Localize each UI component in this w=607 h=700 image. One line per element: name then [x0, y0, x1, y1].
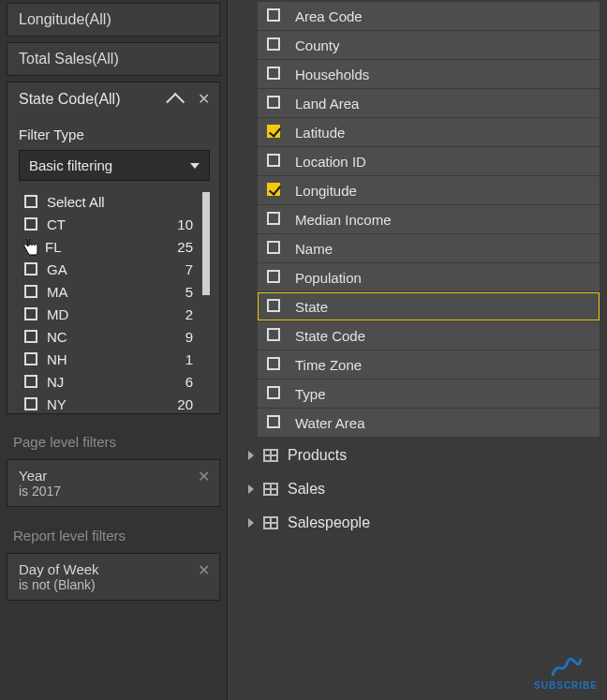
field-row[interactable]: State: [258, 292, 600, 320]
field-row[interactable]: Name: [258, 234, 600, 262]
app-root: Longitude(All) Total Sales(All) State Co…: [0, 0, 607, 700]
filter-value-row[interactable]: Select All: [21, 190, 206, 213]
field-checkbox[interactable]: [267, 270, 280, 283]
filter-type-value: Basic filtering: [29, 157, 112, 173]
checkbox[interactable]: [24, 375, 37, 388]
report-filter-condition: is not (Blank): [19, 577, 210, 592]
field-row[interactable]: Households: [258, 60, 600, 88]
expand-icon[interactable]: [248, 518, 254, 528]
field-row[interactable]: Location ID: [258, 147, 600, 175]
filter-card-header-icons: ✕: [171, 90, 210, 108]
filter-value-row[interactable]: FL25: [21, 235, 206, 258]
filter-value-row[interactable]: NH1: [21, 348, 206, 370]
filter-value-count: 10: [174, 216, 193, 232]
filter-value-label: GA: [47, 261, 174, 277]
table-row[interactable]: Sales: [239, 474, 600, 504]
checkbox[interactable]: [24, 330, 37, 343]
checkbox[interactable]: [24, 195, 37, 208]
table-row[interactable]: Salespeople: [239, 508, 600, 538]
filter-value-count: 6: [174, 374, 193, 390]
field-checkbox[interactable]: [267, 154, 280, 167]
filter-value-row[interactable]: MA5: [21, 280, 206, 303]
close-icon[interactable]: ✕: [198, 90, 210, 108]
subscribe-watermark: SUBSCRIBE: [534, 656, 598, 691]
filters-pane: Longitude(All) Total Sales(All) State Co…: [0, 0, 228, 700]
report-filter-title: Day of Week: [19, 561, 210, 577]
filter-type-select[interactable]: Basic filtering: [19, 150, 210, 181]
field-checkbox[interactable]: [267, 241, 280, 254]
field-checkbox[interactable]: [267, 67, 280, 80]
field-row[interactable]: Time Zone: [258, 350, 600, 379]
field-row[interactable]: Type: [258, 380, 600, 408]
field-checkbox[interactable]: [267, 415, 280, 428]
field-checkbox[interactable]: [267, 37, 280, 51]
filter-value-row[interactable]: GA7: [21, 258, 206, 280]
filter-value-label: FL: [45, 239, 174, 255]
field-label: Type: [295, 386, 326, 402]
filter-value-label: MA: [47, 284, 174, 300]
checkbox[interactable]: [24, 285, 37, 298]
filter-card-longitude[interactable]: Longitude(All): [7, 3, 220, 37]
filter-value-label: MD: [47, 306, 174, 322]
checkbox[interactable]: [24, 307, 37, 320]
filter-value-label: Select All: [47, 194, 193, 210]
field-row[interactable]: County: [258, 31, 600, 59]
collapse-icon[interactable]: [166, 92, 185, 111]
page-filter-year[interactable]: ✕ Year is 2017: [7, 459, 220, 507]
filter-value-label: NJ: [47, 374, 174, 390]
filter-value-count: 1: [174, 351, 193, 367]
field-row[interactable]: Area Code: [258, 2, 600, 30]
field-checkbox[interactable]: [267, 357, 280, 370]
filter-card-header[interactable]: State Code(All) ✕: [19, 90, 210, 112]
field-row[interactable]: Land Area: [258, 89, 600, 117]
field-label: Longitude: [295, 183, 357, 199]
field-row[interactable]: Water Area: [258, 409, 600, 437]
table-label: Sales: [288, 481, 325, 498]
report-level-filters-label: Report level filters: [13, 528, 227, 544]
filter-values-list: Select AllCT10FL25GA7MA5MD2NC9NH1NJ6NY20: [19, 188, 210, 410]
filter-value-row[interactable]: NC9: [21, 325, 206, 348]
field-label: Location ID: [295, 154, 366, 170]
filter-value-row[interactable]: CT10: [21, 213, 206, 235]
field-checkbox[interactable]: [267, 96, 280, 109]
checkbox[interactable]: [24, 217, 37, 231]
field-checkbox[interactable]: [267, 212, 280, 225]
table-icon: [263, 483, 278, 496]
field-checkbox[interactable]: [267, 183, 280, 196]
filter-value-row[interactable]: NY20: [21, 393, 206, 415]
field-checkbox[interactable]: [267, 328, 280, 341]
checkbox[interactable]: [24, 262, 37, 276]
field-checkbox[interactable]: [267, 299, 280, 312]
field-row[interactable]: Median Income: [258, 205, 600, 233]
field-label: Water Area: [295, 415, 364, 431]
filter-card-title: Total Sales(All): [19, 51, 119, 67]
field-checkbox[interactable]: [267, 8, 280, 22]
filter-value-row[interactable]: MD2: [21, 303, 206, 325]
field-row[interactable]: State Code: [258, 321, 600, 350]
filter-value-label: NH: [47, 351, 174, 367]
expand-icon[interactable]: [248, 484, 254, 494]
filter-value-label: NY: [47, 396, 174, 412]
page-filter-condition: is 2017: [19, 484, 210, 499]
table-row[interactable]: Products: [239, 440, 600, 470]
filter-card-title: Longitude(All): [19, 11, 111, 27]
report-filter-day-of-week[interactable]: ✕ Day of Week is not (Blank): [7, 553, 220, 601]
filter-value-count: 7: [174, 261, 193, 277]
checkbox[interactable]: [24, 397, 37, 410]
filter-card-total-sales[interactable]: Total Sales(All): [7, 42, 220, 76]
field-checkbox[interactable]: [267, 386, 280, 399]
fields-list: Area CodeCountyHouseholdsLand AreaLatitu…: [228, 2, 607, 437]
expand-icon[interactable]: [248, 451, 254, 460]
close-icon[interactable]: ✕: [198, 561, 210, 579]
field-row[interactable]: Longitude: [258, 176, 600, 204]
checkbox[interactable]: [24, 352, 37, 365]
field-row[interactable]: Latitude: [258, 118, 600, 146]
filter-value-count: 20: [174, 396, 193, 412]
filter-value-row[interactable]: NJ6: [21, 370, 206, 393]
field-checkbox[interactable]: [267, 125, 280, 138]
close-icon[interactable]: ✕: [198, 468, 210, 485]
page-filter-title: Year: [19, 468, 210, 484]
field-row[interactable]: Population: [258, 263, 600, 291]
scrollbar-thumb[interactable]: [202, 192, 210, 295]
field-label: Households: [295, 67, 369, 82]
